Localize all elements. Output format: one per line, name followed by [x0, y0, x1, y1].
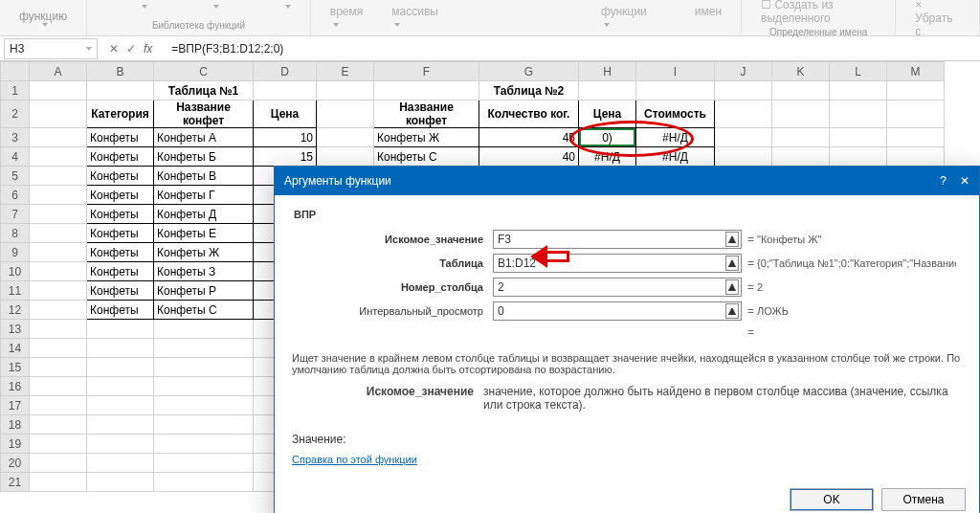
worksheet[interactable]: ABCDEFGHIJKLM1Таблица №1Таблица №22Катег…: [0, 61, 980, 513]
cell-A12[interactable]: [30, 301, 87, 320]
cell-M4[interactable]: [887, 147, 945, 167]
row-header-6[interactable]: 6: [1, 186, 30, 205]
cell-G2[interactable]: Колчество ког.: [479, 100, 579, 128]
cell-M3[interactable]: [887, 128, 945, 147]
cell-A2[interactable]: [30, 100, 87, 128]
ribbon-functions[interactable]: функции: [601, 5, 647, 18]
row-header-12[interactable]: 12: [1, 301, 30, 320]
cell-C19[interactable]: [154, 435, 254, 454]
cell-C21[interactable]: [154, 473, 254, 492]
cell-A13[interactable]: [30, 320, 87, 339]
cell-B7[interactable]: Конфеты: [87, 205, 154, 224]
col-header-K[interactable]: K: [772, 62, 830, 81]
fx-icon[interactable]: fх: [144, 42, 152, 56]
cell-B21[interactable]: [87, 473, 154, 492]
cell-M1[interactable]: [887, 81, 945, 100]
arg-input-table[interactable]: B1:D12 ⯅: [493, 254, 742, 273]
col-header-B[interactable]: B: [87, 62, 154, 81]
row-header-18[interactable]: 18: [1, 415, 30, 435]
row-header-21[interactable]: 21: [1, 473, 30, 492]
col-header-M[interactable]: M: [887, 62, 945, 81]
cell-D3[interactable]: 10: [254, 128, 317, 147]
ribbon-time[interactable]: время: [330, 5, 363, 18]
cell-B16[interactable]: [87, 377, 154, 396]
cell-A7[interactable]: [30, 205, 87, 224]
cell-I3[interactable]: #Н/Д: [636, 128, 715, 147]
cell-A19[interactable]: [30, 435, 87, 454]
formula-cancel-icon[interactable]: ✕: [109, 42, 119, 56]
row-header-9[interactable]: 9: [1, 243, 30, 262]
arg-input-range[interactable]: 0 ⯅: [493, 301, 742, 321]
cell-B9[interactable]: Конфеты: [87, 243, 154, 262]
cell-H3[interactable]: 0): [579, 128, 636, 147]
row-header-4[interactable]: 4: [1, 147, 30, 167]
row-header-8[interactable]: 8: [1, 224, 30, 243]
arg-input-col[interactable]: 2 ⯅: [493, 278, 742, 297]
function-arguments-dialog[interactable]: Аргументы функции ? ✕ ВПР Искомое_значен…: [274, 166, 980, 513]
range-picker-icon[interactable]: ⯅: [725, 279, 739, 295]
cell-A16[interactable]: [30, 377, 87, 396]
cell-K3[interactable]: [772, 128, 830, 147]
cell-A9[interactable]: [30, 243, 87, 262]
cell-K4[interactable]: [772, 147, 830, 167]
col-header-H[interactable]: H: [579, 62, 636, 81]
cell-B3[interactable]: Конфеты: [87, 128, 154, 147]
row-header-5[interactable]: 5: [1, 167, 30, 186]
cell-C16[interactable]: [154, 377, 254, 396]
cell-C9[interactable]: Конфеты Ж: [154, 243, 254, 262]
cell-E2[interactable]: [317, 100, 374, 128]
cell-C6[interactable]: Конфеты Г: [154, 186, 254, 205]
cell-B4[interactable]: Конфеты: [87, 147, 154, 167]
row-header-15[interactable]: 15: [1, 358, 30, 377]
cancel-button[interactable]: Отмена: [881, 488, 966, 511]
ribbon-names[interactable]: имен: [695, 5, 722, 18]
col-header-L[interactable]: L: [830, 62, 887, 81]
cell-I2[interactable]: Стоимость: [636, 100, 715, 128]
cell-K2[interactable]: [772, 100, 830, 128]
cell-C5[interactable]: Конфеты В: [154, 167, 254, 186]
row-header-10[interactable]: 10: [1, 262, 30, 281]
range-picker-icon[interactable]: ⯅: [725, 256, 739, 271]
cell-A21[interactable]: [30, 473, 87, 492]
row-header-7[interactable]: 7: [1, 205, 30, 224]
col-header-D[interactable]: D: [254, 62, 317, 81]
col-header-E[interactable]: E: [317, 62, 374, 81]
cell-C15[interactable]: [154, 358, 254, 377]
cell-H4[interactable]: #Н/Д: [579, 147, 636, 167]
cell-A3[interactable]: [30, 128, 87, 147]
cell-I1[interactable]: [636, 81, 715, 100]
cell-A1[interactable]: [30, 81, 87, 100]
cell-C18[interactable]: [154, 415, 254, 435]
cell-G3[interactable]: 45: [479, 128, 579, 147]
cell-E1[interactable]: [317, 81, 374, 100]
row-header-11[interactable]: 11: [1, 281, 30, 301]
formula-enter-icon[interactable]: ✓: [126, 42, 136, 56]
cell-A15[interactable]: [30, 358, 87, 377]
cell-B12[interactable]: Конфеты: [87, 301, 154, 320]
cell-C17[interactable]: [154, 396, 254, 415]
cell-B18[interactable]: [87, 415, 154, 435]
row-header-2[interactable]: 2: [1, 100, 30, 128]
cell-A18[interactable]: [30, 415, 87, 435]
cell-A5[interactable]: [30, 167, 87, 186]
cell-C8[interactable]: Конфеты Е: [154, 224, 254, 243]
range-picker-icon[interactable]: ⯅: [725, 232, 739, 247]
cell-G1[interactable]: Таблица №2: [479, 81, 579, 100]
row-header-20[interactable]: 20: [1, 454, 30, 473]
cell-C2[interactable]: Название конфет: [154, 100, 254, 128]
cell-B11[interactable]: Конфеты: [87, 281, 154, 301]
row-header-1[interactable]: 1: [1, 81, 30, 100]
row-header-19[interactable]: 19: [1, 435, 30, 454]
formula-input[interactable]: =ВПР(F3;B1:D12;2;0): [164, 42, 980, 56]
cell-C3[interactable]: Конфеты А: [154, 128, 254, 147]
col-header-A[interactable]: A: [30, 62, 87, 81]
cell-A14[interactable]: [30, 339, 87, 358]
dialog-help-link[interactable]: Справка по этой функции: [292, 454, 417, 465]
ribbon-clear[interactable]: Убрать с: [915, 11, 952, 38]
cell-J1[interactable]: [715, 81, 772, 100]
cell-A10[interactable]: [30, 262, 87, 281]
cell-B14[interactable]: [87, 339, 154, 358]
arg-input-lookup[interactable]: F3 ⯅: [493, 230, 742, 249]
cell-F4[interactable]: Конфеты С: [374, 147, 479, 167]
col-header-I[interactable]: I: [636, 62, 715, 81]
